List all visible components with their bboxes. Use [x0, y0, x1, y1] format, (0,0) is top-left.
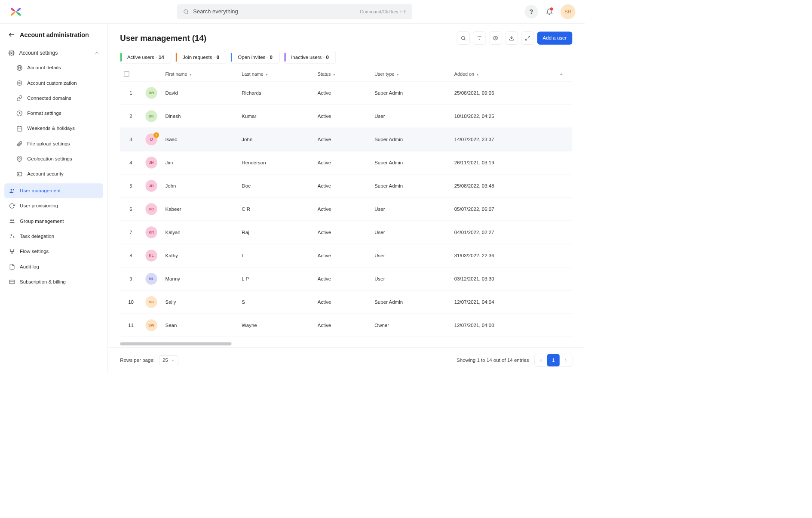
- nav-label: Group management: [20, 219, 64, 224]
- sidebar-item[interactable]: Geolocation settings: [4, 151, 103, 166]
- table-row[interactable]: 11SWSeanWayneActiveOwner12/07/2021, 04:0…: [120, 314, 572, 337]
- select-all-checkbox[interactable]: [124, 71, 129, 77]
- table-row[interactable]: 5JDJohnDoeActiveSuper Admin25/08/2022, 0…: [120, 174, 572, 197]
- stat-tab[interactable]: Inactive users - 0: [284, 51, 336, 64]
- tab-label: Inactive users -: [291, 55, 326, 60]
- nav-label: Flow settings: [20, 249, 49, 254]
- sidebar-section-account-settings[interactable]: Account settings: [0, 46, 107, 60]
- table-row[interactable]: 1DRDavidRichardsActiveSuper Admin25/08/2…: [120, 81, 572, 105]
- user-avatar: KR: [145, 226, 157, 238]
- table-row[interactable]: 10SSSallySActiveSuper Admin12/07/2021, 0…: [120, 290, 572, 314]
- paperclip-icon: [16, 140, 23, 147]
- sidebar-item[interactable]: Weekends & holidays: [4, 121, 103, 136]
- nav-label: Connected domains: [27, 96, 71, 101]
- global-search[interactable]: Command/Ctrl key + E: [177, 4, 412, 19]
- status-cell: Active: [314, 221, 371, 244]
- table-row[interactable]: 2DKDineshKumarActiveUser10/10/2022, 04:2…: [120, 105, 572, 128]
- table-row[interactable]: 7KRKalyanRajActiveUser04/01/2022, 02:27: [120, 221, 572, 244]
- sidebar-item[interactable]: Account customization: [4, 76, 103, 91]
- sidebar-item[interactable]: Connected domains: [4, 91, 103, 106]
- svg-rect-24: [9, 280, 15, 284]
- user-avatar: KL: [145, 250, 157, 261]
- col-last-name[interactable]: Last name▼: [238, 67, 314, 81]
- user-avatar[interactable]: SR: [561, 4, 576, 19]
- table-row[interactable]: 9MLMannyL PActiveUser03/12/2021, 03:30: [120, 267, 572, 290]
- svg-point-3: [11, 52, 12, 54]
- first-name-cell: Kathy: [162, 244, 238, 267]
- rows-per-page-select[interactable]: 25: [159, 355, 178, 365]
- visibility-button[interactable]: [489, 31, 502, 44]
- page-1-button[interactable]: 1: [547, 354, 560, 367]
- table-row[interactable]: 3IJ!IsaacJohnActiveSuper Admin14/07/2022…: [120, 128, 572, 151]
- sidebar-item[interactable]: Flow settings: [4, 244, 103, 259]
- add-column-button[interactable]: +: [556, 67, 572, 81]
- notification-dot-icon: [550, 7, 553, 10]
- sidebar-item[interactable]: User management: [4, 183, 103, 198]
- last-name-cell: L P: [238, 267, 314, 290]
- sidebar-item[interactable]: Account details: [4, 60, 103, 75]
- next-page-button[interactable]: [560, 354, 572, 367]
- sidebar-item[interactable]: Audit log: [4, 259, 103, 274]
- sidebar-item[interactable]: Task delegation: [4, 229, 103, 244]
- table-row[interactable]: 6KCKabeerC RActiveUser05/07/2022, 06:07: [120, 197, 572, 221]
- svg-point-20: [10, 234, 12, 236]
- added-on-cell: 05/07/2022, 06:07: [450, 197, 556, 221]
- nav-label: Account customization: [27, 80, 77, 86]
- stat-tab[interactable]: Join requests - 0: [175, 51, 226, 64]
- sidebar-title: Account administration: [20, 31, 89, 38]
- last-name-cell: S: [238, 290, 314, 314]
- svg-point-18: [10, 219, 12, 221]
- sidebar-back[interactable]: Account administration: [0, 24, 107, 46]
- add-user-button[interactable]: Add a user: [537, 31, 573, 44]
- first-name-cell: Kalyan: [162, 221, 238, 244]
- nav-label: Audit log: [20, 264, 39, 269]
- tab-label: Join requests -: [183, 55, 217, 60]
- table-row[interactable]: 4JHJimHendersonActiveSuper Admin26/11/20…: [120, 151, 572, 174]
- help-button[interactable]: ?: [524, 5, 538, 18]
- sort-icon: ▼: [476, 73, 479, 77]
- svg-line-33: [528, 36, 530, 38]
- col-user-type[interactable]: User type▼: [371, 67, 451, 81]
- row-number: 6: [120, 197, 141, 221]
- sidebar-item[interactable]: Format settings: [4, 106, 103, 121]
- link-icon: [16, 95, 23, 102]
- status-cell: Active: [314, 197, 371, 221]
- user-avatar: IJ!: [145, 133, 157, 145]
- user-avatar: SW: [145, 319, 157, 331]
- user-type-cell: Super Admin: [371, 128, 451, 151]
- table-row[interactable]: 8KLKathyLActiveUser31/03/2022, 22:36: [120, 244, 572, 267]
- svg-point-15: [18, 174, 19, 175]
- nav-label: Geolocation settings: [27, 156, 72, 162]
- col-added-on[interactable]: Added on▼: [450, 67, 556, 81]
- tab-count: 0: [217, 55, 219, 60]
- first-name-cell: Isaac: [162, 128, 238, 151]
- user-avatar: ML: [145, 273, 157, 284]
- sidebar-item[interactable]: Account security: [4, 166, 103, 182]
- nav-label: User provisioning: [20, 203, 58, 209]
- prev-page-button[interactable]: [535, 354, 547, 367]
- svg-rect-9: [17, 126, 22, 131]
- sidebar-item[interactable]: Subscription & billing: [4, 274, 103, 290]
- sort-icon: ▼: [265, 73, 268, 77]
- tab-label: Active users -: [127, 55, 159, 60]
- first-name-cell: Sean: [162, 314, 238, 337]
- warning-badge-icon: !: [153, 132, 159, 138]
- last-name-cell: Henderson: [238, 151, 314, 174]
- first-name-cell: David: [162, 81, 238, 105]
- sidebar-item[interactable]: File upload settings: [4, 136, 103, 151]
- horizontal-scrollbar[interactable]: [120, 342, 231, 345]
- app-logo[interactable]: [9, 5, 22, 18]
- notifications-button[interactable]: [542, 5, 556, 18]
- sidebar-item[interactable]: User provisioning: [4, 199, 103, 214]
- col-first-name[interactable]: First name▼: [162, 67, 238, 81]
- stat-tab[interactable]: Active users - 14: [120, 51, 171, 64]
- svg-point-22: [13, 250, 14, 250]
- filter-button[interactable]: [473, 31, 486, 44]
- col-status[interactable]: Status▼: [314, 67, 371, 81]
- sidebar-item[interactable]: Group management: [4, 214, 103, 229]
- nav-label: Subscription & billing: [20, 279, 66, 285]
- expand-button[interactable]: [521, 31, 534, 44]
- table-search-button[interactable]: [457, 31, 469, 44]
- download-button[interactable]: [505, 31, 518, 44]
- stat-tab[interactable]: Open invites - 0: [231, 51, 280, 64]
